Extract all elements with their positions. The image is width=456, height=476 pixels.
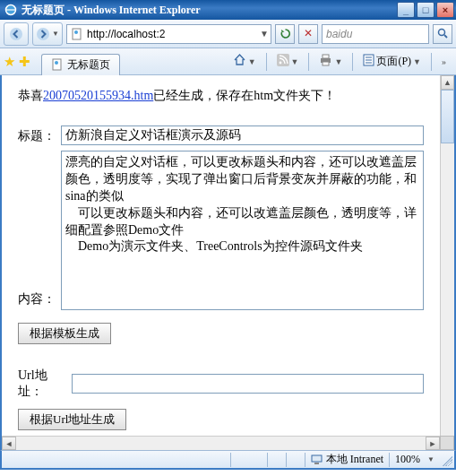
tools-chevron[interactable]: » [435, 52, 452, 72]
url-label: Url地址： [18, 368, 72, 400]
close-button[interactable]: × [436, 2, 454, 18]
search-box[interactable]: baidu [322, 24, 429, 44]
page-menu-icon [363, 54, 374, 70]
separator [308, 53, 309, 71]
separator [352, 53, 353, 71]
window-titlebar: 无标题页 - Windows Internet Explorer _ □ × [0, 0, 456, 20]
tab-toolbar: ★ ✚ 无标题页 ▼ ▼ ▼ 页面(P)▼ » [0, 48, 456, 75]
add-favorites-icon[interactable]: ✚ [19, 54, 30, 70]
generated-message: 恭喜20070520155934.htm已经生成，保存在htm文件夹下！ [18, 88, 424, 104]
print-icon [319, 54, 332, 70]
scroll-track-h[interactable] [16, 437, 426, 450]
svg-rect-3 [73, 29, 81, 39]
svg-point-1 [10, 28, 22, 40]
content-textarea[interactable] [61, 151, 424, 310]
resize-grip[interactable] [440, 454, 452, 466]
zoom-level[interactable]: 100%▼ [390, 453, 440, 466]
title-label: 标题： [18, 125, 61, 144]
vertical-scrollbar[interactable]: ▲ ▼ [440, 75, 454, 450]
minimize-button[interactable]: _ [397, 2, 415, 18]
svg-rect-12 [323, 55, 329, 58]
generate-by-template-button[interactable]: 根据模板生成 [18, 323, 111, 344]
url-input[interactable] [72, 374, 424, 394]
svg-point-5 [438, 30, 444, 36]
maximize-button[interactable]: □ [417, 2, 434, 18]
separator [266, 53, 267, 71]
page-icon [51, 58, 64, 71]
title-input[interactable] [61, 125, 424, 145]
refresh-button[interactable] [275, 24, 295, 44]
feeds-button[interactable]: ▼ [271, 52, 305, 72]
scroll-track[interactable] [441, 143, 454, 436]
svg-rect-18 [312, 455, 322, 462]
svg-point-4 [74, 30, 78, 34]
svg-point-10 [279, 61, 281, 64]
svg-point-8 [55, 61, 58, 65]
search-button[interactable] [433, 24, 452, 44]
scroll-up-button[interactable]: ▲ [441, 75, 454, 90]
rss-icon [277, 54, 289, 70]
ie-icon [4, 3, 18, 17]
scrollbar-corner [440, 436, 454, 450]
navigation-toolbar: ▼ http://localhost:2 ▼ ✕ baidu [0, 20, 456, 48]
svg-rect-7 [53, 59, 61, 70]
address-dropdown[interactable]: ▼ [258, 29, 271, 39]
print-button[interactable]: ▼ [313, 52, 348, 72]
tab-untitled[interactable]: 无标题页 [41, 54, 120, 75]
page-menu-label: 页面(P) [376, 54, 411, 69]
svg-rect-13 [323, 62, 329, 65]
generated-file-link[interactable]: 20070520155934.htm [43, 89, 153, 102]
content-area: 恭喜20070520155934.htm已经生成，保存在htm文件夹下！ 标题：… [0, 75, 456, 450]
separator [431, 53, 432, 71]
generate-by-url-button[interactable]: 根据Url地址生成 [18, 409, 126, 430]
address-url: http://localhost:2 [87, 28, 258, 40]
security-zone: 本地 Intranet [305, 452, 389, 467]
home-icon [233, 53, 246, 70]
back-button[interactable] [4, 22, 29, 46]
page-icon [70, 27, 84, 41]
computer-icon [311, 454, 323, 465]
scroll-thumb[interactable] [441, 90, 454, 143]
content-label: 内容： [18, 289, 61, 310]
tab-label: 无标题页 [67, 57, 110, 73]
scroll-left-button[interactable]: ◄ [2, 437, 16, 450]
horizontal-scrollbar[interactable]: ◄ ► [2, 436, 440, 450]
favorites-star-icon[interactable]: ★ [4, 54, 15, 70]
status-bar: 本地 Intranet 100%▼ [0, 450, 456, 470]
home-button[interactable]: ▼ [227, 52, 262, 72]
svg-line-6 [444, 35, 447, 38]
stop-button[interactable]: ✕ [298, 24, 318, 44]
address-bar[interactable]: http://localhost:2 ▼ [66, 24, 271, 44]
svg-point-2 [37, 28, 49, 40]
svg-rect-19 [314, 463, 319, 464]
window-title: 无标题页 - Windows Internet Explorer [22, 3, 397, 18]
forward-button[interactable]: ▼ [32, 22, 63, 46]
scroll-right-button[interactable]: ► [426, 437, 440, 450]
page-menu-button[interactable]: 页面(P)▼ [357, 52, 427, 72]
